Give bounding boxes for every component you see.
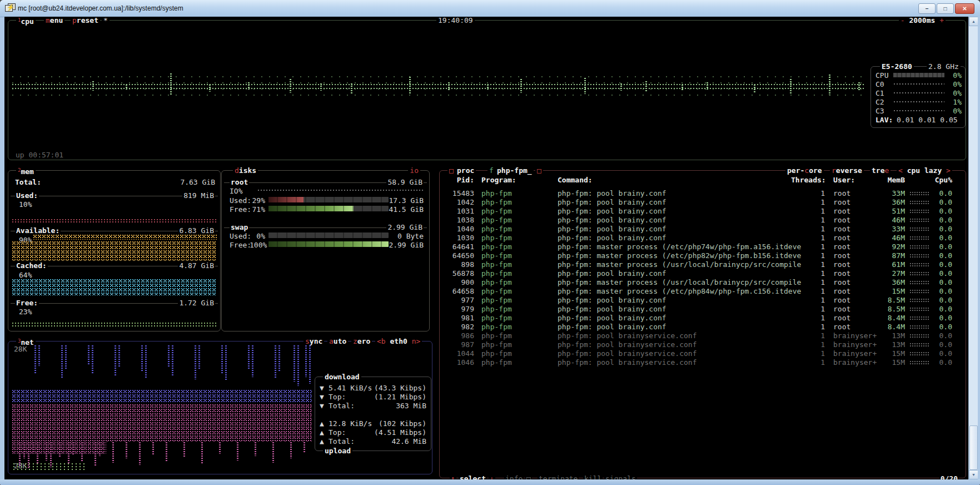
proc-pid: 15483 <box>449 189 474 197</box>
proc-command: php-fpm: pool brainy.conf <box>558 323 808 331</box>
proc-row[interactable]: 64658php-fpmphp-fpm: master process (/et… <box>440 287 966 296</box>
net-upload-spike <box>254 442 257 456</box>
proc-threads: 1 <box>807 207 825 215</box>
proc-row[interactable]: 1046php-fpmphp-fpm: pool brainyservice.c… <box>440 358 966 367</box>
download-speed: 5.41 KiB/s <box>329 384 372 392</box>
net-zero-button[interactable]: zero <box>351 337 372 345</box>
mem-box-title[interactable]: 2mem <box>16 166 36 176</box>
proc-row[interactable]: 900php-fpmphp-fpm: master process (/usr/… <box>440 278 966 287</box>
cpu-info-value: 0% <box>953 107 962 115</box>
cpu-graph-spike <box>486 84 489 90</box>
proc-mem-graph-icon <box>909 227 929 231</box>
proc-row[interactable]: 1040php-fpmphp-fpm: pool brainy.conf1roo… <box>440 225 966 234</box>
net-upload-spike <box>236 442 239 461</box>
proc-program: php-fpm <box>481 323 512 331</box>
net-upload-band <box>12 404 312 442</box>
mem-used-label: Used: <box>15 191 39 200</box>
proc-command: php-fpm: pool brainy.conf <box>558 207 808 215</box>
proc-row[interactable]: 1044php-fpmphp-fpm: pool brainyservice.c… <box>440 349 966 358</box>
proc-threads: 1 <box>807 314 825 322</box>
minimize-button[interactable]: – <box>918 3 936 14</box>
iface-next-button[interactable]: n> <box>412 337 421 345</box>
proc-row[interactable]: 977php-fpmphp-fpm: pool brainy.conf1root… <box>440 296 966 305</box>
proc-cpu: 0.0 <box>929 287 952 295</box>
proc-program: php-fpm <box>481 216 512 224</box>
net-download-spike <box>34 345 37 374</box>
net-upload-spike <box>125 442 128 458</box>
proc-row[interactable]: 56878php-fpmphp-fpm: pool brainy.conf1ro… <box>440 269 966 278</box>
kill-button[interactable]: kill <box>583 474 603 479</box>
net-download-band <box>12 389 312 403</box>
scrollbar-thumb[interactable] <box>969 425 978 470</box>
info-button[interactable]: info <box>504 474 524 479</box>
menu-button[interactable]: menu <box>44 17 64 24</box>
proc-row[interactable]: 15483php-fpmphp-fpm: pool brainy.conf1ro… <box>440 189 966 198</box>
proc-pid: 900 <box>449 278 474 286</box>
uptime-label: up 00:57:01 <box>16 151 63 159</box>
mem-cached-value: 4.87 GiB <box>178 261 215 270</box>
proc-row[interactable]: 1030php-fpmphp-fpm: pool brainy.conf1roo… <box>440 234 966 242</box>
proc-command: php-fpm: pool brainyservice.conf <box>558 331 808 340</box>
proc-row[interactable]: 64650php-fpmphp-fpm: master process (/et… <box>440 251 966 260</box>
proc-row[interactable]: 1038php-fpmphp-fpm: pool brainy.conf1roo… <box>440 216 966 225</box>
proc-cpu: 0.0 <box>929 242 952 251</box>
proc-cpu: 0.0 <box>929 349 952 358</box>
cpu-info-value: 0% <box>953 80 962 88</box>
select-up-icon[interactable]: ↑ <box>450 474 456 479</box>
select-down-icon[interactable]: ↓ <box>489 474 495 479</box>
title-bar[interactable]: ⚡ mc [root@ub24.itdeveloper.com.ua]:/lib… <box>0 0 980 17</box>
net-interface-switcher[interactable]: <b eth0 n> <box>375 337 422 345</box>
proc-pid: 977 <box>449 296 474 304</box>
interval-minus-button[interactable]: - <box>901 17 905 24</box>
close-button[interactable]: ✕ <box>955 3 974 14</box>
signals-button[interactable]: signals <box>604 474 637 479</box>
select-button[interactable]: select <box>459 474 487 479</box>
proc-threads: 1 <box>807 198 825 206</box>
proc-row[interactable]: 982php-fpmphp-fpm: pool brainy.conf1root… <box>440 323 966 331</box>
cpu-graph-spike <box>125 84 128 90</box>
proc-cpu: 0.0 <box>929 260 952 269</box>
scrollbar[interactable]: ▲ ▼ <box>968 17 978 479</box>
proc-threads: 1 <box>807 323 825 331</box>
proc-row[interactable]: 1031php-fpmphp-fpm: pool brainy.conf1roo… <box>440 207 966 216</box>
selection-counter: 0/20 <box>939 474 959 479</box>
scrollbar-down-button[interactable]: ▼ <box>969 470 978 479</box>
interval-plus-button[interactable]: + <box>939 17 944 24</box>
disk-swap-free-label: Free: <box>230 241 251 249</box>
cpu-graph-spike <box>247 82 250 90</box>
io-mode-button[interactable]: io <box>408 166 420 175</box>
cpu-graph-spike <box>706 82 709 90</box>
proc-row[interactable]: 986php-fpmphp-fpm: pool brainyservice.co… <box>440 331 966 340</box>
net-auto-button[interactable]: auto <box>327 337 348 345</box>
download-title: download <box>323 373 361 381</box>
load-average-label: LAV: <box>875 116 893 124</box>
iface-prev-button[interactable]: <b <box>377 337 386 345</box>
cpu-graph-spike <box>208 84 211 92</box>
net-download-spike <box>225 345 227 380</box>
net-sync-button[interactable]: sync <box>304 337 324 345</box>
proc-threads: 1 <box>807 331 825 340</box>
preset-button[interactable]: preset <box>71 17 100 24</box>
proc-mem: 33M <box>879 225 905 233</box>
proc-user: brainyser+ <box>833 358 877 367</box>
mem-free-label: Free: <box>15 299 39 307</box>
cpu-box-title[interactable]: 1cpu <box>16 17 36 26</box>
proc-row[interactable]: 898php-fpmphp-fpm: master process (/usr/… <box>440 260 966 269</box>
proc-row[interactable]: 1042php-fpmphp-fpm: pool brainy.conf1roo… <box>440 198 966 207</box>
proc-row[interactable]: 979php-fpmphp-fpm: pool brainy.conf1root… <box>440 305 966 314</box>
cpu-graph-spike <box>92 81 94 91</box>
proc-row[interactable]: 981php-fpmphp-fpm: pool brainy.conf1root… <box>440 314 966 323</box>
scrollbar-up-button[interactable]: ▲ <box>969 17 978 26</box>
terminate-button[interactable]: terminate <box>538 474 579 479</box>
mem-free-value: 1.72 GiB <box>178 299 215 307</box>
proc-pid: 64641 <box>449 242 474 251</box>
proc-mem-graph-icon <box>909 254 929 258</box>
proc-command: php-fpm: pool brainyservice.conf <box>558 358 808 367</box>
cpu-info-value: 0% <box>953 71 962 80</box>
proc-row[interactable]: 64641php-fpmphp-fpm: master process (/et… <box>440 242 966 251</box>
proc-row[interactable]: 987php-fpmphp-fpm: pool brainyservice.co… <box>440 340 966 349</box>
maximize-button[interactable]: □ <box>937 3 954 14</box>
cpu-graph-spike <box>620 83 623 91</box>
disk-root-free-bar <box>268 206 389 211</box>
disk-swap-used-label: Used: <box>230 232 251 240</box>
